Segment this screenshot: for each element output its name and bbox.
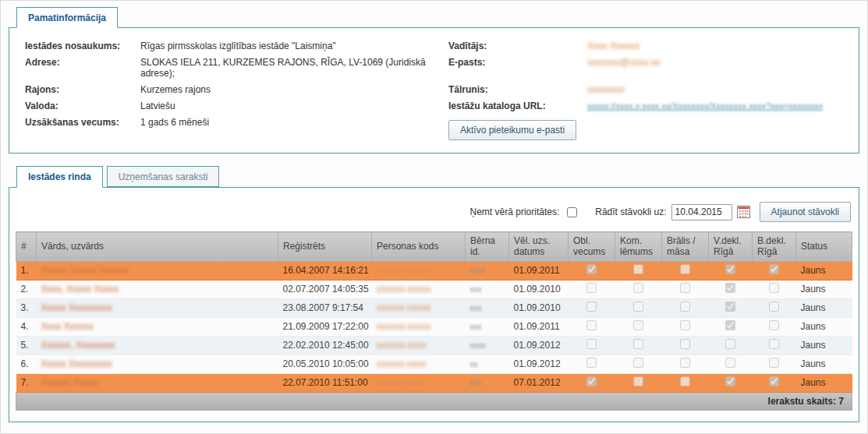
personas-kods-cell: xxxxxx-xxxx [372, 336, 466, 355]
registered-cell: 02.07.2007 14:05:35 [278, 280, 372, 298]
kom-lemums-checkbox [633, 320, 643, 330]
priorities-checkbox[interactable] [567, 207, 577, 217]
berna-id-masked: xxx [470, 379, 482, 387]
state-date-label: Rādīt stāvokli uz: [595, 206, 666, 217]
queue-controls: Ņemt vērā prioritātes: Rādīt stāvokli uz… [16, 202, 851, 222]
bralis-masa-cell [662, 336, 709, 355]
obl-vecums-cell [569, 355, 615, 373]
page: Pamatinformācija Iestādes nosaukums: Rīg… [0, 0, 868, 434]
refresh-state-button[interactable]: Atjaunot stāvokli [760, 202, 851, 222]
obl-vecums-checkbox [586, 376, 597, 386]
personas-kods-masked: xxxxxx-xxxxx [377, 302, 431, 313]
tab-pamatinformacija[interactable]: Pamatinformācija [16, 7, 118, 28]
bdekl-riga-checkbox [769, 358, 779, 368]
vaditajs-masked-value: Xxxx Xxxxxx [587, 41, 639, 51]
personas-kods-masked: xxxxxx-xxxx [377, 377, 427, 388]
bdekl-riga-cell [753, 355, 796, 373]
applicant-name-link[interactable]: Xxxxxx Xxxxx [41, 377, 98, 388]
label-vaditajs: Vadītājs: [448, 41, 587, 51]
queue-row[interactable]: 7.Xxxxxx Xxxxx22.07.2010 11:51:00xxxxxx-… [16, 373, 852, 392]
bdekl-riga-cell [753, 261, 796, 280]
value-rajons: Kurzemes rajons [140, 84, 448, 95]
queue-row[interactable]: 6.Xxxxx Xxxxxxxxx20.05.2010 10:05:00xxxx… [16, 355, 852, 373]
bdekl-riga-cell [753, 373, 796, 392]
kom-lemums-cell [615, 280, 662, 298]
status-cell: Jauns [796, 317, 852, 336]
info-panel: Iestādes nosaukums: Rīgas pirmsskolas iz… [9, 27, 859, 153]
personas-kods-masked: xxxxxx-xxxx [377, 340, 427, 351]
queue-row[interactable]: 5.Xxxxxx, Xxxxxxxx22.02.2010 12:45:00xxx… [16, 336, 852, 355]
vdekl-riga-checkbox [725, 358, 735, 368]
obl-vecums-checkbox [586, 358, 597, 368]
registered-cell: 22.07.2010 11:51:00 [278, 373, 372, 392]
bdekl-riga-checkbox [769, 339, 779, 349]
applicant-name-link[interactable]: Xxxxx, Xxxxx Xxxxxx [41, 265, 129, 276]
tab-uznemsanas-saraksti[interactable]: Uzņemšanas saraksti [107, 166, 220, 187]
bdekl-riga-cell [753, 280, 796, 298]
col-vel-uzs-datums: Vēl. uzs. datums [509, 232, 569, 262]
queue-row[interactable]: 3.Xxxxx Xxxxxxxxx23.08.2007 9:17:54xxxxx… [16, 298, 852, 317]
kom-lemums-cell [615, 373, 662, 392]
row-number: 2. [16, 280, 37, 298]
bralis-masa-cell [662, 280, 709, 298]
applicant-name-link[interactable]: Xxxxxx, Xxxxxxxx [41, 340, 115, 351]
bralis-masa-checkbox [680, 358, 690, 368]
applicant-name-link[interactable]: Xxxxx Xxxxxxxxx [41, 358, 112, 369]
col-personas-kods: Personas kods [372, 232, 466, 262]
date-cell: 01.09.2012 [509, 355, 569, 373]
bdekl-riga-checkbox [769, 264, 779, 274]
applicant-name-link[interactable]: Xxxx Xxxxxx [41, 321, 94, 332]
queue-table: # Vārds, uzvārds Reģistrēts Personas kod… [16, 231, 852, 393]
info-section: Pamatinformācija Iestādes nosaukums: Rīg… [9, 7, 859, 153]
personas-kods-cell: xxxxxx-xxxxx [372, 298, 466, 317]
queue-row[interactable]: 4.Xxxx Xxxxxx21.09.2009 17:22:00xxxxxx-x… [16, 317, 852, 336]
obl-vecums-checkbox [586, 339, 597, 349]
obl-vecums-checkbox [586, 302, 597, 312]
berna-id-masked: xxx [470, 285, 482, 294]
obl-vecums-checkbox [586, 320, 597, 330]
applicant-name-link[interactable]: Xxxx, Xxxxx Xxxxx [41, 284, 119, 295]
kom-lemums-cell [615, 261, 662, 280]
calendar-icon[interactable] [737, 206, 750, 218]
date-cell: 01.09.2011 [509, 317, 569, 336]
name-cell: Xxxx Xxxxxx [37, 317, 278, 336]
col-num: # [16, 232, 37, 262]
row-number: 4. [16, 317, 37, 336]
label-kataloga-url: Iestāžu kataloga URL: [448, 101, 587, 111]
vdekl-riga-checkbox [725, 339, 735, 349]
value-kataloga-url: xxxxx://xxxx.x.xxxx.xx/Xxxxxxxx/Xxxxxxxx… [587, 101, 843, 111]
label-adrese: Adrese: [25, 57, 140, 68]
row-number: 5. [16, 336, 37, 355]
queue-tabbar: Iestādes rinda Uzņemšanas saraksti [9, 166, 859, 187]
bdekl-riga-cell [753, 317, 796, 336]
vdekl-riga-checkbox [725, 320, 735, 330]
registered-cell: 22.02.2010 12:45:00 [278, 336, 372, 355]
active-applications-emails-button[interactable]: Aktīvo pieteikumu e-pasti [448, 120, 576, 140]
label-talrunis: Tālrunis: [448, 84, 587, 95]
queue-section: Iestādes rinda Uzņemšanas saraksti Ņemt … [9, 166, 859, 422]
queue-row[interactable]: 1.Xxxxx, Xxxxx Xxxxxx16.04.2007 14:16:21… [16, 261, 852, 280]
tab-iestades-rinda[interactable]: Iestādes rinda [16, 166, 103, 188]
bdekl-riga-checkbox [769, 302, 779, 312]
vdekl-riga-cell [709, 317, 753, 336]
bdekl-riga-checkbox [769, 376, 779, 386]
bralis-masa-cell [662, 261, 709, 280]
applicant-name-link[interactable]: Xxxxx Xxxxxxxxx [41, 302, 112, 313]
obl-vecums-checkbox [586, 283, 597, 293]
col-bralis-masa: Brālis / māsa [662, 232, 709, 262]
state-date-input[interactable] [671, 204, 732, 221]
name-cell: Xxxxx Xxxxxxxxx [37, 298, 278, 317]
kataloga-url-link-masked[interactable]: xxxxx://xxxx.x.xxxx.xx/Xxxxxxxx/Xxxxxxxx… [587, 101, 823, 111]
emails-button-cell: Aktīvo pieteikumu e-pasti [448, 120, 843, 140]
col-status: Status [796, 232, 852, 262]
registered-cell: 23.08.2007 9:17:54 [278, 298, 372, 317]
label-uzsaksanas-vecums: Uzsākšanas vecums: [25, 117, 140, 128]
vdekl-riga-cell [709, 373, 753, 392]
name-cell: Xxxxxx, Xxxxxxxx [37, 336, 278, 355]
row-number: 6. [16, 355, 37, 373]
berna-id-masked: xxxx [470, 341, 486, 350]
vdekl-riga-checkbox [725, 283, 735, 293]
vdekl-riga-cell [709, 298, 753, 317]
bralis-masa-checkbox [680, 339, 690, 349]
queue-row[interactable]: 2.Xxxx, Xxxxx Xxxxx02.07.2007 14:05:35xx… [16, 280, 852, 298]
